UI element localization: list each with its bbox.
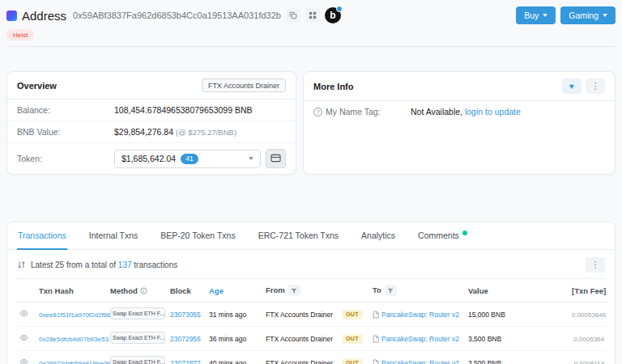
contract-icon xyxy=(373,335,379,343)
txn-hash-link[interactable]: 0x26973ddb59a818be0b... xyxy=(39,360,116,364)
header-divider xyxy=(6,46,616,47)
method-badge[interactable]: Swap Exact ETH F... xyxy=(110,332,165,344)
from-filter-button[interactable] xyxy=(288,285,300,296)
to-filter-button[interactable] xyxy=(385,285,397,296)
from-address: FTX Accounts Drainer xyxy=(266,311,333,319)
chevron-down-icon xyxy=(603,14,607,17)
column-to: To xyxy=(370,279,466,303)
table-row: 0x26973ddb59a818be0b... Swap Exact ETH F… xyxy=(17,351,607,364)
txn-hash-link[interactable]: 0x28e5dfcb4d07b93e53... xyxy=(39,336,114,343)
table-row: 0x28e5dfcb4d07b93e53... Swap Exact ETH F… xyxy=(17,327,607,351)
column-from: From xyxy=(263,279,339,303)
token-label: Token: xyxy=(17,154,114,163)
balance-value: 108,454.678496538079653099 BNB xyxy=(114,105,253,115)
column-block: Block xyxy=(168,279,207,303)
funnel-icon xyxy=(291,285,297,297)
bnb-value-label: BNB Value: xyxy=(17,127,114,137)
table-options-button[interactable]: ⋮ xyxy=(586,257,605,273)
address-name-badge[interactable]: FTX Accounts Drainer xyxy=(202,78,286,92)
token-total-value: $1,685,642.04 xyxy=(121,154,176,163)
tab-bar: Transactions Internal Txns BEP-20 Token … xyxy=(7,222,615,250)
txn-fee: 0.0008114 xyxy=(574,360,604,364)
table-row: 0xee81f51f1a970f2d2f66... Swap Exact ETH… xyxy=(17,303,607,327)
age-text: 31 mins ago xyxy=(209,311,246,319)
chat-notification-dot xyxy=(336,6,343,12)
funnel-icon xyxy=(387,285,394,297)
tab-comments[interactable]: Comments xyxy=(417,222,468,250)
summary-prefix: Latest 25 from a total of xyxy=(31,260,116,269)
tab-erc721-token-txns[interactable]: ERC-721 Token Txns xyxy=(258,222,339,250)
login-to-update-link[interactable]: login to update xyxy=(465,107,521,116)
sort-icon xyxy=(17,260,26,269)
overview-title: Overview xyxy=(17,81,57,91)
tab-internal-txns[interactable]: Internal Txns xyxy=(88,222,139,250)
more-options-button[interactable]: ⋮ xyxy=(586,78,605,94)
table-summary-row: Latest 25 from a total of 137 transactio… xyxy=(7,250,615,278)
block-link[interactable]: 23072877 xyxy=(170,359,201,364)
page-header: Address 0x59ABf3837Fa962d6853b4Cc0a19513… xyxy=(0,0,622,47)
comments-indicator-dot xyxy=(462,231,467,235)
blockscan-chat-button[interactable]: b xyxy=(325,7,341,23)
column-txn-hash: Txn Hash xyxy=(36,279,108,303)
name-tag-label: My Name Tag: xyxy=(326,107,381,116)
txn-hash-link[interactable]: 0xee81f51f1a970f2d2f66... xyxy=(39,311,116,319)
age-text: 40 mins ago xyxy=(209,359,246,364)
buy-button[interactable]: Buy xyxy=(516,6,556,24)
to-link[interactable]: PancakeSwap: Router v2 xyxy=(381,311,459,319)
token-row: Token: $1,685,642.04 41 xyxy=(7,142,296,174)
transactions-table: Txn Hash Method Block Age From To Value … xyxy=(17,278,607,364)
contract-icon xyxy=(373,359,379,364)
copy-address-button[interactable] xyxy=(286,8,300,23)
token-holdings-button[interactable] xyxy=(266,149,286,168)
to-link[interactable]: PancakeSwap: Router v2 xyxy=(381,335,459,343)
summary-suffix: transactions xyxy=(134,260,177,269)
name-tag-row: ? My Name Tag: Not Available, login to u… xyxy=(304,101,615,122)
bnb-rate: (@ $275.27/BNB) xyxy=(176,128,236,137)
qr-grid-icon xyxy=(309,11,317,19)
balance-label: Balance: xyxy=(17,105,114,115)
tab-transactions[interactable]: Transactions xyxy=(17,222,67,250)
txn-fee: 0.00053646 xyxy=(572,311,606,319)
balance-row: Balance: 108,454.678496538079653099 BNB xyxy=(7,99,296,121)
info-icon[interactable] xyxy=(140,287,147,294)
total-transactions-link[interactable]: 137 xyxy=(118,260,132,269)
gaming-button[interactable]: Gaming xyxy=(560,6,616,24)
from-address: FTX Accounts Drainer xyxy=(266,335,333,343)
more-info-title: More Info xyxy=(313,82,354,91)
contract-icon xyxy=(373,311,379,319)
bnb-value: $29,854,276.84 xyxy=(114,127,173,137)
more-info-card: More Info ♥ ⋮ ? My Name Tag: Not Availab… xyxy=(303,71,616,175)
block-link[interactable]: 23073055 xyxy=(170,311,201,319)
bnb-value-row: BNB Value: $29,854,276.84 (@ $275.27/BNB… xyxy=(7,121,296,142)
preview-eye-icon[interactable] xyxy=(19,334,28,341)
chat-badge-letter: b xyxy=(330,10,335,21)
overview-card: Overview FTX Accounts Drainer Balance: 1… xyxy=(6,71,296,175)
preview-eye-icon[interactable] xyxy=(19,310,28,317)
direction-badge: OUT xyxy=(342,358,363,364)
tab-analytics[interactable]: Analytics xyxy=(360,222,396,250)
token-dropdown[interactable]: $1,685,642.04 41 xyxy=(114,150,261,168)
txn-value: 15,000 BNB xyxy=(468,311,505,319)
direction-badge: OUT xyxy=(342,334,363,344)
txn-value: 3,500 BNB xyxy=(468,359,501,364)
method-badge[interactable]: Swap Exact ETH F... xyxy=(110,356,165,364)
kebab-menu-icon: ⋮ xyxy=(591,81,600,91)
heist-label-badge[interactable]: Heist xyxy=(6,29,34,40)
tab-bep20-token-txns[interactable]: BEP-20 Token Txns xyxy=(160,222,236,250)
qr-code-button[interactable] xyxy=(305,8,320,23)
token-count-badge: 41 xyxy=(181,154,198,164)
favorite-button[interactable]: ♥ xyxy=(562,78,582,94)
column-method: Method xyxy=(108,279,168,303)
column-txn-fee: [Txn Fee] xyxy=(569,279,607,303)
age-text: 36 mins ago xyxy=(209,335,246,343)
preview-eye-icon[interactable] xyxy=(19,358,28,364)
column-age-toggle[interactable]: Age xyxy=(209,286,224,295)
wallet-card-icon xyxy=(271,153,281,165)
method-badge[interactable]: Swap Exact ETH F... xyxy=(110,307,165,320)
to-link[interactable]: PancakeSwap: Router v2 xyxy=(381,359,459,364)
txn-value: 3,500 BNB xyxy=(468,335,501,343)
address-logo-icon xyxy=(6,11,17,21)
block-link[interactable]: 23072956 xyxy=(170,335,201,343)
name-tag-value: Not Available, xyxy=(411,107,462,116)
txn-table-body: 0xee81f51f1a970f2d2f66... Swap Exact ETH… xyxy=(17,303,607,364)
